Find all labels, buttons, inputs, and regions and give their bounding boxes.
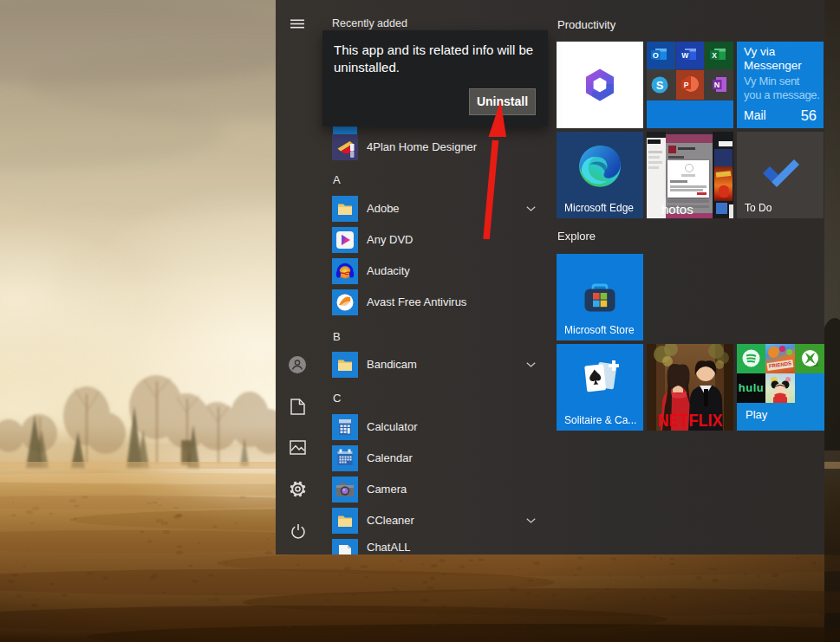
svg-text:X: X [712, 51, 717, 60]
svg-text:P: P [684, 81, 689, 89]
svg-text:S: S [656, 79, 664, 92]
svg-text:O: O [653, 51, 659, 60]
svg-text:W: W [681, 51, 689, 60]
svg-text:NETFLIX: NETFLIX [658, 410, 723, 430]
svg-text:N: N [714, 81, 720, 89]
